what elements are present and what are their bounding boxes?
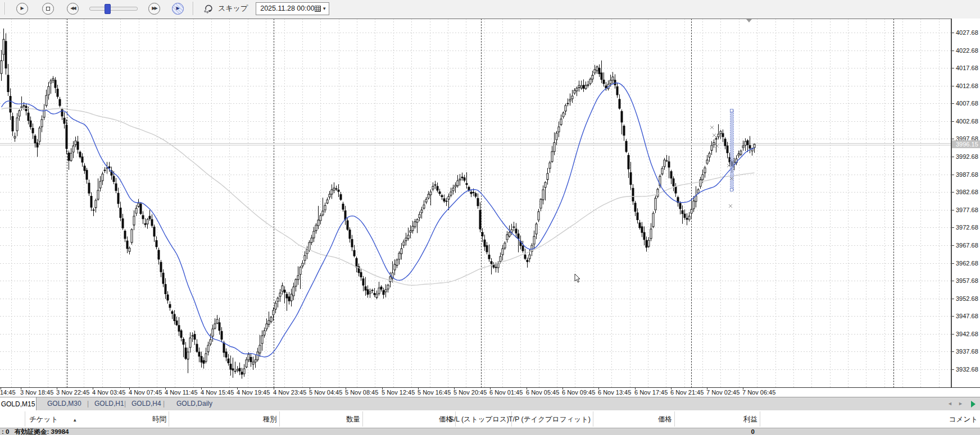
price-label: 4022.68 <box>956 47 978 54</box>
column-divider[interactable] <box>279 411 280 427</box>
price-tick <box>952 192 954 193</box>
tab-separator: | <box>124 400 126 407</box>
current-price-tag: 3996.15 <box>952 140 980 148</box>
column-header-jp[interactable]: 種別 <box>263 415 277 424</box>
forward-button[interactable]: ▶▶ <box>148 3 160 15</box>
column-header-jp[interactable]: 数量 <box>346 415 360 424</box>
time-label: 4 Nov 15:45 <box>201 389 234 396</box>
price-tick <box>952 263 954 264</box>
tab-scroll-right-icon[interactable]: ► <box>958 401 963 406</box>
time-label: 6 Nov 17:45 <box>634 389 668 396</box>
price-label: 3987.68 <box>956 171 978 178</box>
column-header-jp[interactable]: 利益 <box>743 415 757 424</box>
time-axis[interactable]: 14:453 Nov 18:453 Nov 22:454 Nov 03:454 … <box>0 387 980 397</box>
tab-scroll-left-icon[interactable]: ◄ <box>947 401 952 406</box>
equity-status-text: : 0 有効証拠金: 39984 <box>2 428 69 435</box>
price-tick <box>952 369 954 370</box>
price-label: 4002.68 <box>956 118 978 125</box>
price-label: 3962.68 <box>956 260 978 267</box>
speed-slider-handle[interactable] <box>105 4 111 14</box>
stop-icon <box>46 7 50 11</box>
fast-forward-icon: ▶▶ <box>152 6 156 11</box>
column-divider[interactable] <box>760 411 760 427</box>
chart-tab-bar: GOLD,M15 GOLD,M30 | GOLD,H1 | GOLD,H4 | … <box>0 397 980 410</box>
price-label: 4027.68 <box>956 29 978 36</box>
column-header-TP[interactable]: T/P (テイクプロフィット) <box>509 415 591 424</box>
time-label: 6 Nov 01:45 <box>489 389 523 396</box>
speed-slider[interactable] <box>89 7 138 11</box>
tab-gold-m15[interactable]: GOLD,M15 <box>0 397 37 411</box>
profit-total-value: 0 <box>751 428 755 435</box>
price-tick <box>952 351 954 352</box>
price-label: 4017.68 <box>956 65 978 71</box>
tab-gold-m30[interactable]: GOLD,M30 <box>47 400 81 407</box>
column-divider[interactable] <box>593 411 593 427</box>
price-label: 4007.68 <box>956 100 978 107</box>
tab-gold-h4[interactable]: GOLD,H4 <box>131 400 161 407</box>
chevron-down-icon: ▼ <box>322 6 326 11</box>
price-axis[interactable]: 4027.684022.684017.684012.684007.684002.… <box>951 19 980 387</box>
column-header-jp[interactable]: チケット▲ <box>29 415 77 424</box>
time-label: 3 Nov 22:45 <box>56 389 89 396</box>
price-tick <box>952 281 954 281</box>
column-divider[interactable] <box>674 411 675 427</box>
status-bar: : 0 有効証拠金: 39984 0 <box>0 428 980 435</box>
column-header-SL[interactable]: S/L (ストップロス) <box>449 415 509 424</box>
time-label: 14:45 <box>0 389 16 396</box>
price-tick <box>952 86 954 86</box>
price-label: 3992.68 <box>956 153 978 160</box>
skip-label: スキップ <box>218 3 248 13</box>
price-tick <box>952 316 954 317</box>
stop-button[interactable] <box>42 3 54 15</box>
play-button[interactable]: ▶ <box>16 3 28 15</box>
price-label: 3942.68 <box>956 331 978 337</box>
column-divider[interactable] <box>25 411 25 427</box>
rewind-icon: ◀◀ <box>70 6 75 11</box>
price-tick <box>952 33 954 33</box>
rewind-button[interactable]: ◀◀ <box>67 3 79 15</box>
skip-date-input[interactable]: 2025.11.28 00:00 ▼ <box>256 2 329 15</box>
price-label: 3957.68 <box>956 277 978 284</box>
time-label: 4 Nov 03:45 <box>92 389 125 396</box>
column-header-jp[interactable]: 価格 <box>658 415 672 424</box>
price-tick <box>952 299 954 299</box>
time-label: 6 Nov 21:45 <box>670 389 704 396</box>
price-label: 3967.68 <box>956 242 978 249</box>
price-tick <box>952 210 954 210</box>
time-label: 5 Nov 04:45 <box>309 389 342 396</box>
skip-to-end-icon: ▶ <box>176 6 179 11</box>
column-header-jp[interactable]: コメント <box>949 415 978 424</box>
sort-asc-icon: ▲ <box>72 418 77 423</box>
skip-date-value: 2025.11.28 00:00 <box>260 4 314 12</box>
time-label: 5 Nov 16:45 <box>418 389 451 396</box>
time-label: 6 Nov 09:45 <box>562 389 595 396</box>
price-tick <box>952 139 954 139</box>
column-divider[interactable] <box>169 411 169 427</box>
price-label: 3947.68 <box>956 313 978 319</box>
price-tick <box>952 51 954 51</box>
column-divider[interactable] <box>362 411 363 427</box>
trade-table-header: チケット▲時間種別数量価格S/L (ストップロス)T/P (テイクプロフィット)… <box>0 410 980 428</box>
skip-loop-icon[interactable] <box>203 4 215 13</box>
price-label: 4012.68 <box>956 83 978 89</box>
play-icon: ▶ <box>20 6 24 11</box>
price-label: 3972.68 <box>956 224 978 231</box>
tab-gold-h1[interactable]: GOLD,H1 <box>94 400 124 407</box>
price-label: 3932.68 <box>956 366 978 373</box>
time-label: 5 Nov 08:45 <box>345 389 378 396</box>
time-label: 4 Nov 19:45 <box>237 389 270 396</box>
time-label: 4 Nov 07:45 <box>129 389 162 396</box>
time-label: 5 Nov 20:45 <box>453 389 487 396</box>
tab-gold-daily[interactable]: GOLD,Daily <box>176 400 212 407</box>
price-label: 3982.68 <box>956 189 978 195</box>
toolbar-grip[interactable] <box>4 2 6 15</box>
column-header-jp[interactable]: 時間 <box>152 415 166 424</box>
price-tick <box>952 334 954 335</box>
chart-canvas[interactable] <box>0 19 951 387</box>
green-arrow-icon[interactable] <box>971 401 976 407</box>
tester-toolbar: ▶ ◀◀ ▶▶ ▶ スキップ 2025.11.28 00:00 ▼ <box>0 0 980 19</box>
skip-to-end-button[interactable]: ▶ <box>172 3 184 15</box>
time-label: 7 Nov 02:45 <box>706 389 739 396</box>
time-label: 5 Nov 12:45 <box>382 389 415 396</box>
calendar-dropdown-button[interactable]: ▼ <box>315 6 326 12</box>
